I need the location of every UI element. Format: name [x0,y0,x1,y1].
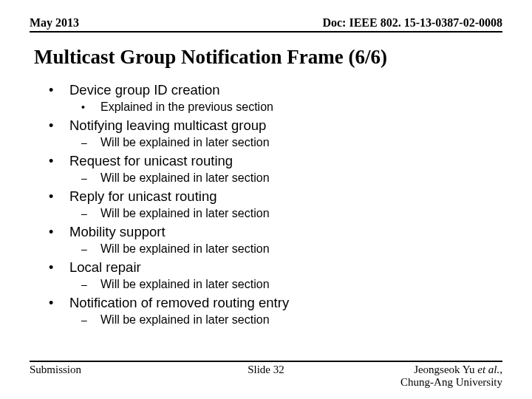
sub-bullet-row: –Will be explained in later section [81,207,502,220]
slide-title: Multicast Group Notification Frame (6/6) [34,46,502,69]
sub-bullet-item: –Will be explained in later section [81,242,502,256]
sub-bullet-marker: – [81,314,100,326]
bullet-item: •Local repair–Will be explained in later… [49,259,502,291]
sub-bullet-list: –Will be explained in later section [81,313,502,327]
sub-bullet-marker: – [81,279,100,290]
bullet-item: •Notifying leaving multicast group–Will … [49,117,502,149]
bullet-marker: • [49,296,69,311]
bullet-text: Local repair [69,259,141,276]
sub-bullet-marker: • [81,101,100,113]
bullet-marker: • [49,154,69,169]
sub-bullet-item: –Will be explained in later section [81,278,502,291]
header-date: May 2013 [30,16,79,30]
footer-affil: Chung-Ang University [400,376,502,388]
bullet-item: •Device group ID creation•Explained in t… [49,82,502,114]
bullet-row: •Request for unicast routing [49,153,502,169]
footer-left: Submission [30,364,187,376]
slide-header: May 2013 Doc: IEEE 802. 15-13-0387-02-00… [30,16,502,33]
bullet-marker: • [49,118,69,134]
sub-bullet-list: –Will be explained in later section [81,136,502,149]
bullet-row: •Mobility support [49,224,502,240]
sub-bullet-item: •Explained in the previous section [81,100,502,114]
bullet-row: •Notification of removed routing entry [49,295,502,311]
bullet-marker: • [49,225,69,240]
sub-bullet-text: Will be explained in later section [100,207,270,220]
slide: May 2013 Doc: IEEE 802. 15-13-0387-02-00… [0,0,532,399]
sub-bullet-text: Explained in the previous section [100,100,273,114]
sub-bullet-text: Will be explained in later section [100,242,270,256]
slide-content: •Device group ID creation•Explained in t… [49,82,502,327]
bullet-row: •Reply for unicast routing [49,188,502,205]
footer-author-name: Jeongseok Yu [414,364,474,375]
bullet-text: Request for unicast routing [69,153,233,169]
bullet-row: •Local repair [49,259,502,276]
sub-bullet-text: Will be explained in later section [100,278,270,291]
footer-author-etal: et al. [474,364,499,375]
bullet-text: Notifying leaving multicast group [69,117,266,134]
sub-bullet-row: –Will be explained in later section [81,313,502,327]
sub-bullet-item: –Will be explained in later section [81,136,502,149]
sub-bullet-marker: – [81,243,100,255]
bullet-item: •Notification of removed routing entry–W… [49,295,502,327]
sub-bullet-text: Will be explained in later section [100,171,270,185]
sub-bullet-item: –Will be explained in later section [81,207,502,220]
bullet-text: Mobility support [69,224,166,240]
header-docid: Doc: IEEE 802. 15-13-0387-02-0008 [322,16,502,30]
bullet-text: Notification of removed routing entry [69,295,289,311]
sub-bullet-item: –Will be explained in later section [81,313,502,327]
sub-bullet-list: –Will be explained in later section [81,278,502,291]
sub-bullet-list: –Will be explained in later section [81,242,502,256]
bullet-item: •Mobility support–Will be explained in l… [49,224,502,256]
sub-bullet-list: •Explained in the previous section [81,100,502,114]
sub-bullet-marker: – [81,172,100,184]
sub-bullet-list: –Will be explained in later section [81,171,502,185]
bullet-marker: • [49,189,69,205]
footer-slideno: Slide 32 [187,364,344,376]
sub-bullet-marker: – [81,137,100,149]
sub-bullet-list: –Will be explained in later section [81,207,502,220]
sub-bullet-row: –Will be explained in later section [81,136,502,149]
sub-bullet-row: •Explained in the previous section [81,100,502,114]
bullet-item: •Request for unicast routing–Will be exp… [49,153,502,185]
sub-bullet-row: –Will be explained in later section [81,278,502,291]
sub-bullet-text: Will be explained in later section [100,313,270,327]
bullet-row: •Notifying leaving multicast group [49,117,502,134]
sub-bullet-row: –Will be explained in later section [81,171,502,185]
bullet-marker: • [49,83,69,98]
sub-bullet-marker: – [81,208,100,219]
bullet-row: •Device group ID creation [49,82,502,98]
bullet-list: •Device group ID creation•Explained in t… [49,82,502,327]
sub-bullet-text: Will be explained in later section [100,136,270,149]
slide-footer: Submission Slide 32 Jeongseok Yu et al.,… [30,361,502,389]
footer-author: Jeongseok Yu et al., Chung-Ang Universit… [345,364,502,389]
footer-author-suffix: , [499,364,502,375]
bullet-text: Reply for unicast routing [69,188,217,205]
bullet-item: •Reply for unicast routing–Will be expla… [49,188,502,220]
bullet-marker: • [49,260,69,276]
sub-bullet-row: –Will be explained in later section [81,242,502,256]
sub-bullet-item: –Will be explained in later section [81,171,502,185]
bullet-text: Device group ID creation [69,82,220,98]
